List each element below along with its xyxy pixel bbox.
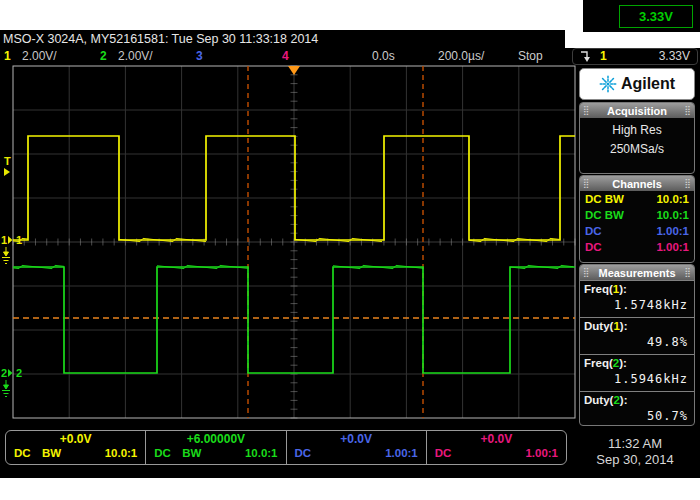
ch2-trace-label: 2 bbox=[16, 367, 22, 379]
panel-grip-icon: ⣿ bbox=[583, 179, 590, 188]
brand-name: Agilent bbox=[621, 75, 675, 93]
agilent-logo-icon bbox=[599, 75, 617, 93]
horizontal-scale: 200.0µs/ bbox=[438, 49, 484, 63]
ch2-probe-readout: 10.0:1 bbox=[245, 447, 278, 459]
measurement-row-duty2: Duty(2): 50.7% bbox=[580, 391, 694, 426]
panel-grip-icon: ⣿ bbox=[583, 106, 590, 115]
channel-row-3: DC 1.00:1 bbox=[580, 223, 694, 239]
channels-panel-title: Channels bbox=[590, 178, 685, 190]
ch2-bw-limit: BW bbox=[182, 447, 201, 459]
duty1-value: 49.8% bbox=[647, 335, 688, 349]
ch2-ground-marker-arrow[interactable] bbox=[8, 369, 13, 377]
channel-row-1: DC BW 10.0:1 bbox=[580, 191, 694, 207]
ch4-coupling: DC bbox=[585, 241, 602, 253]
trigger-level-marker-arrow[interactable] bbox=[4, 168, 10, 176]
channel-2-noise bbox=[333, 265, 423, 268]
ch2-readout-box[interactable]: +6.00000V DC BW 10.0:1 bbox=[145, 431, 285, 464]
panel-grip-icon: ⣿ bbox=[684, 179, 691, 188]
channel-row-2: DC BW 10.0:1 bbox=[580, 207, 694, 223]
ch1-probe-readout: 10.0:1 bbox=[105, 447, 138, 459]
channels-panel: ⣿ Channels ⣿ DC BW 10.0:1 DC BW 10.0:1 D… bbox=[579, 175, 695, 263]
duty2-value: 50.7% bbox=[647, 409, 688, 423]
measurements-panel-title: Measurements bbox=[590, 267, 685, 279]
freq2-value: 1.5946kHz bbox=[614, 372, 688, 386]
measurements-panel-header[interactable]: ⣿ Measurements ⣿ bbox=[580, 265, 694, 280]
clock: 11:32 AM Sep 30, 2014 bbox=[572, 436, 698, 468]
clock-date: Sep 30, 2014 bbox=[572, 452, 698, 468]
ch3-coupling-readout: DC bbox=[295, 447, 312, 459]
ch4-offset: +0.0V bbox=[427, 432, 566, 446]
ch2-coupling: DC BW bbox=[585, 209, 624, 221]
ch1-ground-marker-arrow[interactable] bbox=[8, 236, 13, 244]
acquisition-mode: High Res bbox=[580, 123, 694, 137]
measurements-panel: ⣿ Measurements ⣿ Freq(1): 1.5748kHz Duty… bbox=[579, 264, 695, 426]
ch2-coupling-readout: DC bbox=[154, 447, 171, 459]
ch1-probe-ratio: 10.0:1 bbox=[656, 193, 689, 205]
ch1-vertical-scale: 2.00V/ bbox=[22, 49, 57, 63]
run-state: Stop bbox=[518, 49, 543, 63]
falling-edge-trigger-icon bbox=[580, 50, 594, 63]
trigger-level-badge: 3.33V bbox=[583, 0, 700, 32]
brand-panel: Agilent bbox=[579, 68, 695, 100]
ch1-offset: +0.0V bbox=[6, 432, 145, 446]
ch4-readout-box[interactable]: +0.0V DC 1.00:1 bbox=[426, 431, 566, 464]
status-bar: 1 2.00V/ 2 2.00V/ 3 4 0.0s 200.0µs/ Stop… bbox=[0, 48, 700, 64]
trigger-level-marker-label[interactable]: T bbox=[4, 155, 11, 167]
panel-grip-icon: ⣿ bbox=[583, 268, 590, 277]
channel-row-4: DC 1.00:1 bbox=[580, 239, 694, 255]
ch2-probe-ratio: 10.0:1 bbox=[656, 209, 689, 221]
trigger-position-marker[interactable] bbox=[288, 66, 300, 75]
channels-panel-header[interactable]: ⣿ Channels ⣿ bbox=[580, 176, 694, 191]
ch4-probe-ratio: 1.00:1 bbox=[656, 241, 689, 253]
clock-time: 11:32 AM bbox=[572, 436, 698, 452]
ch2-ground-marker-number[interactable]: 2 bbox=[1, 367, 7, 379]
measurement-row-freq1: Freq(1): 1.5748kHz bbox=[580, 280, 694, 317]
ch1-trace-label: 1 bbox=[16, 234, 22, 246]
acquisition-panel-title: Acquisition bbox=[590, 105, 685, 117]
ch3-offset: +0.0V bbox=[287, 432, 426, 446]
measurement-row-duty1: Duty(1): 49.8% bbox=[580, 317, 694, 354]
ch1-ground-marker-number[interactable]: 1 bbox=[1, 234, 7, 246]
ch1-coupling-readout: DC bbox=[14, 447, 31, 459]
ch1-readout-box[interactable]: +0.0V DC BW 10.0:1 bbox=[6, 431, 145, 464]
ch3-probe-ratio: 1.00:1 bbox=[656, 225, 689, 237]
ch2-offset: +6.00000V bbox=[146, 432, 285, 446]
panel-grip-icon: ⣿ bbox=[684, 106, 691, 115]
ch1-ground-icon bbox=[2, 247, 10, 264]
ch2-number: 2 bbox=[100, 49, 107, 63]
ch1-coupling: DC BW bbox=[585, 193, 624, 205]
trigger-level-badge-value: 3.33V bbox=[619, 5, 693, 28]
ch4-probe-readout: 1.00:1 bbox=[525, 447, 558, 459]
measurement-row-freq2: Freq(2): 1.5946kHz bbox=[580, 354, 694, 391]
channel-readout-bar: +0.0V DC BW 10.0:1 +6.00000V DC BW 10.0:… bbox=[5, 430, 567, 465]
trigger-status-group: 1 3.33V bbox=[572, 48, 698, 65]
channel-2-noise bbox=[157, 265, 247, 268]
ch4-coupling-readout: DC bbox=[435, 447, 452, 459]
ch4-number: 4 bbox=[282, 49, 289, 63]
waveform-plot-area: T 1 1 2 2 bbox=[0, 64, 577, 428]
sidebar: Agilent ⣿ Acquisition ⣿ High Res 250MSa/… bbox=[577, 66, 698, 426]
panel-grip-icon: ⣿ bbox=[684, 268, 691, 277]
sample-rate: 250MSa/s bbox=[580, 142, 694, 156]
trigger-source: 1 bbox=[600, 49, 607, 63]
acquisition-panel: ⣿ Acquisition ⣿ High Res 250MSa/s bbox=[579, 102, 695, 174]
freq1-value: 1.5748kHz bbox=[614, 298, 688, 312]
ch2-ground-icon bbox=[2, 380, 10, 397]
ch3-probe-readout: 1.00:1 bbox=[385, 447, 418, 459]
ch1-bw-limit: BW bbox=[42, 447, 61, 459]
ch3-number: 3 bbox=[196, 49, 203, 63]
horizontal-delay: 0.0s bbox=[372, 49, 395, 63]
ch2-vertical-scale: 2.00V/ bbox=[118, 49, 153, 63]
scope-display: 1 2.00V/ 2 2.00V/ 3 4 0.0s 200.0µs/ Stop… bbox=[0, 48, 700, 478]
scope-screenshot-page: 3.33V MSO-X 3024A, MY52161581: Tue Sep 3… bbox=[0, 0, 700, 500]
ch3-readout-box[interactable]: +0.0V DC 1.00:1 bbox=[286, 431, 426, 464]
trigger-level-readout: 3.33V bbox=[659, 49, 690, 63]
ch3-coupling: DC bbox=[585, 225, 602, 237]
acquisition-panel-header[interactable]: ⣿ Acquisition ⣿ bbox=[580, 103, 694, 118]
ch1-number: 1 bbox=[4, 49, 11, 63]
window-title: MSO-X 3024A, MY52161581: Tue Sep 30 11:3… bbox=[0, 30, 565, 48]
